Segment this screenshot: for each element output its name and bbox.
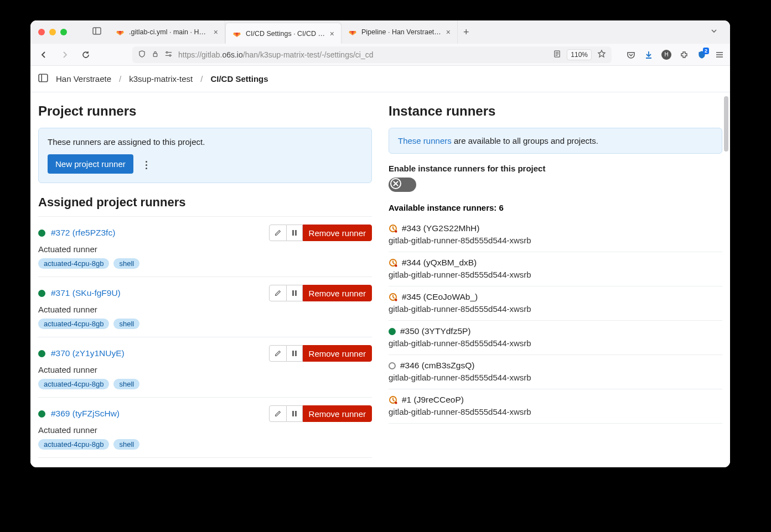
window-close-button[interactable] <box>38 29 45 35</box>
runner-link[interactable]: #371 (SKu-fgF9U) <box>51 288 121 298</box>
new-project-runner-button[interactable]: New project runner <box>48 154 133 174</box>
runner-tag: actuated-4cpu-8gb <box>38 319 109 329</box>
pocket-icon[interactable] <box>626 50 636 60</box>
bookmark-icon[interactable] <box>597 49 606 60</box>
close-icon[interactable]: × <box>214 28 218 36</box>
pause-runner-button[interactable] <box>287 405 303 422</box>
url-text: https://gitlab.o6s.io/han/k3sup-matrix-t… <box>178 50 547 59</box>
svg-rect-0 <box>93 28 101 34</box>
instance-runner-row: #345 (CEoJoWAb_) gitlab-gitlab-runner-85… <box>389 286 722 321</box>
info-text: These runners are assigned to this proje… <box>48 137 363 147</box>
browser-tab-1[interactable]: CI/CD Settings · CI/CD · Setting… × <box>225 23 341 44</box>
new-tab-button[interactable]: + <box>458 27 475 38</box>
browser-window: .gitlab-ci.yml · main · Han Verst… × CI/… <box>30 20 730 467</box>
available-runners-count: Available instance runners: 6 <box>389 203 722 212</box>
project-runners-info: These runners are assigned to this proje… <box>38 128 372 183</box>
instance-runner-id[interactable]: #1 (J9reCCeoP) <box>402 395 464 405</box>
toolbar-icons: H 2 <box>626 50 725 60</box>
status-online-icon <box>38 350 45 357</box>
pause-runner-button[interactable] <box>287 285 303 301</box>
runner-actions: Remove runner <box>269 285 372 301</box>
remove-runner-button[interactable]: Remove runner <box>303 285 372 301</box>
edit-runner-button[interactable] <box>269 285 287 301</box>
permissions-icon[interactable] <box>164 50 173 60</box>
edit-runner-button[interactable] <box>269 225 287 241</box>
svg-rect-19 <box>39 74 48 82</box>
extension-shield-icon[interactable]: 2 <box>697 50 707 60</box>
runner-link[interactable]: #372 (rfe5PZ3fc) <box>51 228 115 238</box>
page-content: Han Verstraete / k3sup-matrix-test / CI/… <box>30 66 730 467</box>
zoom-level[interactable]: 110% <box>567 49 592 60</box>
back-button[interactable] <box>36 47 51 62</box>
breadcrumb-item-0[interactable]: Han Verstraete <box>56 74 111 84</box>
runner-link[interactable]: #369 (tyFZjScHw) <box>51 409 120 419</box>
gitlab-icon <box>348 28 357 36</box>
info-text: are available to all groups and projects… <box>452 136 598 145</box>
edit-runner-button[interactable] <box>269 345 287 362</box>
reader-icon[interactable] <box>553 50 561 60</box>
status-online-icon <box>38 290 45 297</box>
remove-runner-button[interactable]: Remove runner <box>303 345 372 362</box>
sidebar-toggle-icon[interactable] <box>92 27 101 37</box>
pause-runner-button[interactable] <box>287 345 303 362</box>
enable-instance-toggle[interactable] <box>389 178 416 192</box>
instance-runner-description: gitlab-gitlab-runner-85d555d544-xwsrb <box>389 373 722 382</box>
tabs-list-button[interactable] <box>710 27 725 37</box>
hamburger-icon[interactable] <box>715 50 725 60</box>
window-maximize-button[interactable] <box>60 29 67 35</box>
close-icon[interactable]: × <box>330 29 334 38</box>
forward-button[interactable] <box>57 47 73 62</box>
svg-rect-21 <box>292 230 294 236</box>
pause-runner-button[interactable] <box>287 225 303 241</box>
remove-runner-button[interactable]: Remove runner <box>303 405 372 422</box>
svg-marker-13 <box>598 50 605 57</box>
runner-actions: Remove runner <box>269 345 372 362</box>
svg-point-3 <box>166 51 168 53</box>
runner-row: #370 (zY1y1NUyE) Remove runner Actuated … <box>38 337 372 398</box>
instance-runner-id[interactable]: #345 (CEoJoWAb_) <box>402 292 478 302</box>
instance-runner-id[interactable]: #343 (YG2S22MhH) <box>402 223 479 233</box>
url-bar[interactable]: https://gitlab.o6s.io/han/k3sup-matrix-t… <box>132 46 612 63</box>
these-runners-link[interactable]: These runners <box>398 136 452 145</box>
runner-actions: Remove runner <box>269 405 372 422</box>
project-runners-heading: Project runners <box>38 103 372 119</box>
breadcrumb-item-1[interactable]: k3sup-matrix-test <box>129 74 193 84</box>
kebab-menu-icon[interactable] <box>143 158 149 173</box>
sidebar-collapse-icon[interactable] <box>38 73 48 85</box>
instance-runner-row: #1 (J9reCCeoP) gitlab-gitlab-runner-85d5… <box>389 389 722 424</box>
page-scrollbar[interactable] <box>724 66 728 467</box>
runner-tag: shell <box>113 439 139 450</box>
shield-icon[interactable] <box>138 50 146 60</box>
runner-actions: Remove runner <box>269 225 372 241</box>
instance-runner-description: gitlab-gitlab-runner-85d555d544-xwsrb <box>389 270 722 279</box>
project-runners-column: Project runners These runners are assign… <box>38 103 372 467</box>
tab-title: .gitlab-ci.yml · main · Han Verst… <box>129 28 209 36</box>
instance-runner-id[interactable]: #346 (cmB3sZgsQ) <box>400 361 474 371</box>
lock-icon[interactable] <box>152 50 159 59</box>
instance-runners-heading: Instance runners <box>389 103 722 119</box>
extensions-icon[interactable] <box>679 50 689 60</box>
instance-runner-id[interactable]: #344 (yQxBM_dxB) <box>402 258 477 268</box>
runner-tag: actuated-4cpu-8gb <box>38 258 109 269</box>
remove-runner-button[interactable]: Remove runner <box>303 225 372 241</box>
account-icon[interactable]: H <box>661 50 671 60</box>
instance-runner-row: #346 (cmB3sZgsQ) gitlab-gitlab-runner-85… <box>389 355 722 389</box>
url-bar-row: https://gitlab.o6s.io/han/k3sup-matrix-t… <box>30 44 730 66</box>
downloads-icon[interactable] <box>644 50 654 60</box>
reload-button[interactable] <box>78 47 94 62</box>
instance-runner-id[interactable]: #350 (3YTYdfz5P) <box>400 326 471 336</box>
status-online-icon <box>38 230 45 237</box>
runner-tag: shell <box>113 319 139 329</box>
runner-link[interactable]: #370 (zY1y1NUyE) <box>51 348 125 358</box>
browser-tab-2[interactable]: Pipeline · Han Verstraete / k3su… × <box>341 20 458 44</box>
edit-runner-button[interactable] <box>269 405 287 422</box>
status-online-icon <box>389 328 396 335</box>
runner-row: #372 (rfe5PZ3fc) Remove runner Actuated … <box>38 216 372 277</box>
runner-description: Actuated runner <box>38 425 372 435</box>
breadcrumb-item-2[interactable]: CI/CD Settings <box>210 74 268 84</box>
window-minimize-button[interactable] <box>49 29 56 35</box>
close-icon[interactable]: × <box>446 28 451 36</box>
instance-runner-row: #344 (yQxBM_dxB) gitlab-gitlab-runner-85… <box>389 252 722 286</box>
svg-rect-25 <box>292 351 294 356</box>
browser-tab-0[interactable]: .gitlab-ci.yml · main · Han Verst… × <box>109 20 225 44</box>
